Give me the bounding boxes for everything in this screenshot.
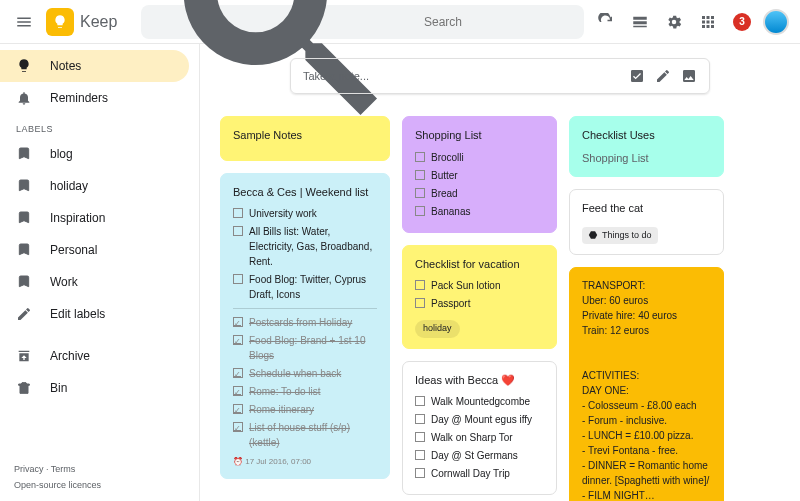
apps-button[interactable] xyxy=(692,6,724,38)
terms-link[interactable]: Terms xyxy=(51,464,76,474)
checkbox-icon xyxy=(415,432,425,442)
checkbox-icon xyxy=(415,152,425,162)
note-transport[interactable]: TRANSPORT: Uber: 60 euros Private hire: … xyxy=(569,267,724,501)
search-bar[interactable] xyxy=(141,5,584,39)
checklist-item[interactable]: Cornwall Day Trip xyxy=(415,466,544,481)
checkbox-icon xyxy=(233,404,243,414)
checklist-item[interactable]: List of house stuff (s/p) (kettle) xyxy=(233,420,377,450)
divider xyxy=(233,308,377,309)
footer-links: Privacy · Terms Open-source licences xyxy=(0,453,199,501)
label-inspiration[interactable]: Inspiration xyxy=(0,202,189,234)
sidebar: NotesReminders LABELS blogholidayInspira… xyxy=(0,44,200,501)
label-chip[interactable]: Things to do xyxy=(582,227,658,245)
checkbox-icon xyxy=(233,274,243,284)
note-weekend[interactable]: Becca & Ces | Weekend list University wo… xyxy=(220,173,390,480)
search-input[interactable] xyxy=(424,15,574,29)
privacy-link[interactable]: Privacy xyxy=(14,464,44,474)
checkbox-icon xyxy=(233,317,243,327)
nav-notes[interactable]: Notes xyxy=(0,50,189,82)
checklist-item[interactable]: Food Blog: Twitter, Cyprus Draft, Icons xyxy=(233,272,377,302)
checkbox-icon xyxy=(415,468,425,478)
label-holiday[interactable]: holiday xyxy=(0,170,189,202)
checkbox-icon xyxy=(415,206,425,216)
menu-button[interactable] xyxy=(8,6,40,38)
note-timestamp: ⏰ 17 Jul 2016, 07:00 xyxy=(233,456,377,468)
checkbox-icon xyxy=(233,386,243,396)
label-blog[interactable]: blog xyxy=(0,138,189,170)
checkbox-icon xyxy=(415,298,425,308)
app-name: Keep xyxy=(80,13,117,31)
checkbox-icon xyxy=(233,368,243,378)
licences-link[interactable]: Open-source licences xyxy=(14,480,101,490)
notifications-badge[interactable]: 3 xyxy=(726,6,758,38)
labels-heading: LABELS xyxy=(0,114,199,138)
checklist-item[interactable]: Food Blog: Brand + 1st 10 Blogs xyxy=(233,333,377,363)
note-feed-cat[interactable]: Feed the cat Things to do xyxy=(569,189,724,255)
checklist-item[interactable]: Schedule when back xyxy=(233,366,377,381)
settings-button[interactable] xyxy=(658,6,690,38)
new-drawing-icon[interactable] xyxy=(655,68,671,84)
label-personal[interactable]: Personal xyxy=(0,234,189,266)
nav-reminders[interactable]: Reminders xyxy=(0,82,189,114)
label-work[interactable]: Work xyxy=(0,266,189,298)
account-avatar[interactable] xyxy=(760,6,792,38)
checkbox-icon xyxy=(415,450,425,460)
checkbox-icon xyxy=(233,422,243,432)
checkbox-icon xyxy=(233,208,243,218)
checklist-item[interactable]: Bread xyxy=(415,186,544,201)
checkbox-icon xyxy=(415,414,425,424)
new-image-icon[interactable] xyxy=(681,68,697,84)
avatar xyxy=(763,9,789,35)
view-toggle-button[interactable] xyxy=(624,6,656,38)
new-list-icon[interactable] xyxy=(629,68,645,84)
checklist-item[interactable]: Pack Sun lotion xyxy=(415,278,544,293)
note-shopping[interactable]: Shopping List BrocolliButterBreadBananas xyxy=(402,116,557,233)
checklist-item[interactable]: Bananas xyxy=(415,204,544,219)
checklist-item[interactable]: Brocolli xyxy=(415,150,544,165)
edit-labels[interactable]: Edit labels xyxy=(0,298,189,330)
note-ideas[interactable]: Ideas with Becca ❤️ Walk MountedgcombeDa… xyxy=(402,361,557,496)
checklist-item[interactable]: All Bills list: Water, Electricity, Gas,… xyxy=(233,224,377,269)
note-sample[interactable]: Sample Notes xyxy=(220,116,390,161)
checkbox-icon xyxy=(415,188,425,198)
checklist-item[interactable]: Day @ St Germans xyxy=(415,448,544,463)
take-note-placeholder: Take a note... xyxy=(303,70,619,82)
checklist-item[interactable]: University work xyxy=(233,206,377,221)
checklist-item[interactable]: Rome: To do list xyxy=(233,384,377,399)
checkbox-icon xyxy=(415,280,425,290)
checkbox-icon xyxy=(233,335,243,345)
checklist-item[interactable]: Walk Mountedgcombe xyxy=(415,394,544,409)
checklist-item[interactable]: Postcards from Holiday xyxy=(233,315,377,330)
keep-logo xyxy=(46,8,74,36)
checkbox-icon xyxy=(233,226,243,236)
take-note-bar[interactable]: Take a note... xyxy=(290,58,710,94)
note-vacation[interactable]: Checklist for vacation Pack Sun lotionPa… xyxy=(402,245,557,349)
refresh-button[interactable] xyxy=(590,6,622,38)
checklist-item[interactable]: Passport xyxy=(415,296,544,311)
checkbox-icon xyxy=(415,396,425,406)
checklist-item[interactable]: Day @ Mount egus iffy xyxy=(415,412,544,427)
label-chip[interactable]: holiday xyxy=(415,320,460,338)
checklist-item[interactable]: Rome itinerary xyxy=(233,402,377,417)
note-checklist-uses[interactable]: Checklist Uses Shopping List xyxy=(569,116,724,177)
bin[interactable]: Bin xyxy=(0,372,189,404)
checkbox-icon xyxy=(415,170,425,180)
checklist-item[interactable]: Walk on Sharp Tor xyxy=(415,430,544,445)
checklist-item[interactable]: Butter xyxy=(415,168,544,183)
archive[interactable]: Archive xyxy=(0,340,189,372)
